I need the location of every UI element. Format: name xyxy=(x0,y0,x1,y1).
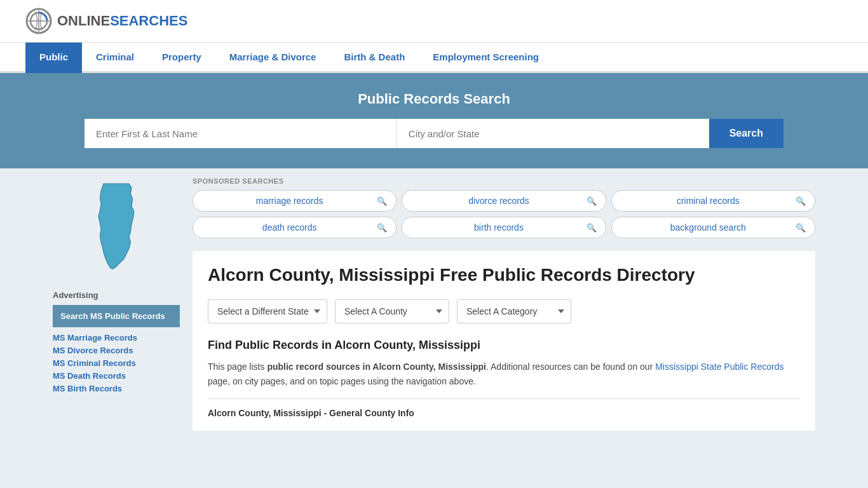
pill-divorce[interactable]: divorce records 🔍 xyxy=(402,190,606,212)
name-input[interactable] xyxy=(85,119,397,148)
ad-box[interactable]: Search MS Public Records xyxy=(53,305,180,327)
nav-criminal[interactable]: Criminal xyxy=(82,43,148,73)
mississippi-map-icon xyxy=(72,179,161,280)
state-dropdown[interactable]: Select a Different State xyxy=(208,299,327,323)
pill-background[interactable]: background search 🔍 xyxy=(611,217,815,238)
search-icon-birth: 🔍 xyxy=(587,223,597,233)
search-bar: Search xyxy=(85,119,783,148)
sidebar-link-divorce[interactable]: MS Divorce Records xyxy=(53,346,133,355)
sponsored-pills: marriage records 🔍 divorce records 🔍 cri… xyxy=(193,190,815,238)
search-icon-marriage: 🔍 xyxy=(377,196,387,206)
main-content: SPONSORED SEARCHES marriage records 🔍 di… xyxy=(180,168,815,444)
hero-section: Public Records Search Search xyxy=(0,73,868,168)
logo-icon xyxy=(25,8,52,34)
pill-criminal[interactable]: criminal records 🔍 xyxy=(611,190,815,212)
ms-state-records-link[interactable]: Mississippi State Public Records xyxy=(655,362,783,372)
content-wrapper: Advertising Search MS Public Records MS … xyxy=(40,168,828,444)
search-icon-divorce: 🔍 xyxy=(587,196,597,206)
hero-title: Public Records Search xyxy=(25,91,843,107)
logo-text: ONLINESEARCHES xyxy=(57,13,187,29)
sidebar: Advertising Search MS Public Records MS … xyxy=(53,168,180,444)
nav-employment[interactable]: Employment Screening xyxy=(419,43,553,73)
find-records-title: Find Public Records in Alcorn County, Mi… xyxy=(208,339,800,352)
pill-death[interactable]: death records 🔍 xyxy=(193,217,397,238)
search-icon-criminal: 🔍 xyxy=(796,196,806,206)
nav-birth-death[interactable]: Birth & Death xyxy=(330,43,419,73)
sidebar-link-criminal[interactable]: MS Criminal Records xyxy=(53,358,136,368)
site-header: ONLINESEARCHES xyxy=(0,0,868,43)
find-records-text: This page lists public record sources in… xyxy=(208,360,800,388)
page-section: Alcorn County, Mississippi Free Public R… xyxy=(193,251,815,431)
pill-birth[interactable]: birth records 🔍 xyxy=(402,217,606,238)
pill-marriage[interactable]: marriage records 🔍 xyxy=(193,190,397,212)
logo[interactable]: ONLINESEARCHES xyxy=(25,8,187,34)
nav-marriage-divorce[interactable]: Marriage & Divorce xyxy=(215,43,330,73)
state-map xyxy=(53,179,180,280)
sidebar-link-birth[interactable]: MS Birth Records xyxy=(53,384,122,393)
search-button[interactable]: Search xyxy=(709,119,783,148)
county-dropdown[interactable]: Select A County xyxy=(335,299,449,323)
category-dropdown[interactable]: Select A Category xyxy=(457,299,571,323)
sidebar-links: MS Marriage Records MS Divorce Records M… xyxy=(53,332,180,393)
dropdowns-row: Select a Different State Select A County… xyxy=(208,299,800,323)
location-input[interactable] xyxy=(397,119,709,148)
sidebar-link-marriage[interactable]: MS Marriage Records xyxy=(53,333,137,342)
search-icon-background: 🔍 xyxy=(796,223,806,233)
county-info-header: Alcorn County, Mississippi - General Cou… xyxy=(208,398,800,418)
nav-property[interactable]: Property xyxy=(148,43,215,73)
advertising-label: Advertising xyxy=(53,290,180,300)
sponsored-label: SPONSORED SEARCHES xyxy=(193,177,815,185)
search-icon-death: 🔍 xyxy=(377,223,387,233)
page-title: Alcorn County, Mississippi Free Public R… xyxy=(208,264,800,287)
nav-public[interactable]: Public xyxy=(25,43,82,73)
main-nav: Public Criminal Property Marriage & Divo… xyxy=(0,43,868,73)
sidebar-link-death[interactable]: MS Death Records xyxy=(53,371,126,381)
